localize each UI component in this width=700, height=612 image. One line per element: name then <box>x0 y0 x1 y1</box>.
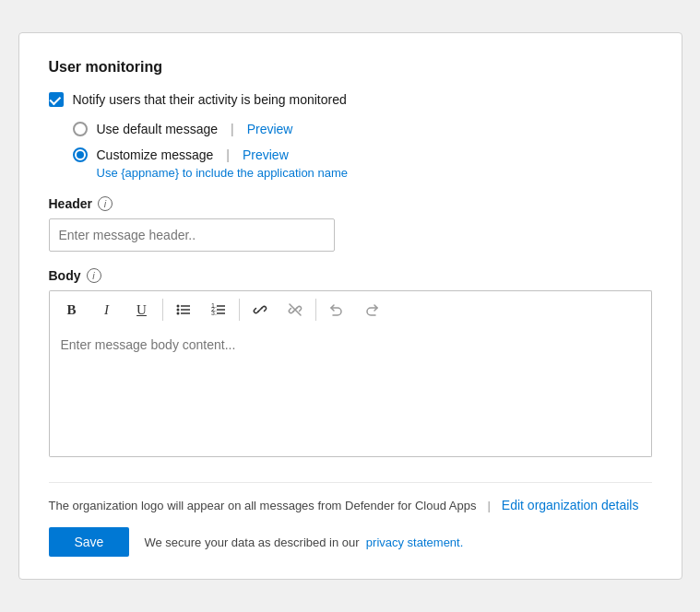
link-icon <box>252 301 268 318</box>
customize-message-label: Customize message <box>97 147 214 162</box>
toolbar-divider-1 <box>162 299 163 321</box>
body-info-icon[interactable]: i <box>87 268 101 283</box>
body-field-group: Body i B I U 1. <box>49 268 652 460</box>
svg-rect-7 <box>217 305 225 307</box>
svg-rect-1 <box>181 305 190 307</box>
toolbar-divider-2 <box>239 299 240 321</box>
unordered-list-icon <box>175 301 192 318</box>
default-message-radio[interactable] <box>73 122 88 136</box>
default-preview-link[interactable]: Preview <box>247 122 293 136</box>
ordered-list-icon: 1. 2. 3. <box>210 301 227 318</box>
body-textarea[interactable] <box>49 328 652 457</box>
save-button[interactable]: Save <box>49 527 130 557</box>
header-label-row: Header i <box>49 196 652 211</box>
footer-info: The organization logo will appear on all… <box>49 482 652 512</box>
bold-button[interactable]: B <box>55 295 89 324</box>
notify-label: Notify users that their activity is bein… <box>73 92 347 107</box>
body-label: Body <box>49 268 81 283</box>
header-label: Header <box>49 196 92 211</box>
footer-info-text: The organization logo will appear on all… <box>49 499 477 512</box>
footer-pipe: | <box>487 499 490 512</box>
notify-row: Notify users that their activity is bein… <box>49 92 652 107</box>
appname-hint: Use {appname} to include the application… <box>97 166 652 180</box>
privacy-static-text: We secure your data as described in our <box>144 536 359 549</box>
unordered-list-button[interactable] <box>167 295 200 324</box>
undo-icon <box>328 301 345 318</box>
underline-button[interactable]: U <box>125 295 159 324</box>
italic-button[interactable]: I <box>90 295 124 324</box>
privacy-link[interactable]: privacy statement. <box>366 536 464 549</box>
header-input[interactable] <box>49 218 335 252</box>
header-field-group: Header i <box>49 196 652 252</box>
edit-org-link[interactable]: Edit organization details <box>502 498 639 512</box>
header-info-icon[interactable]: i <box>98 196 113 211</box>
link-button[interactable] <box>243 295 277 324</box>
unlink-icon <box>287 301 303 318</box>
ordered-list-button[interactable]: 1. 2. 3. <box>202 295 235 324</box>
radio-inner-dot <box>77 151 84 159</box>
redo-icon <box>363 301 380 318</box>
svg-point-4 <box>176 312 179 315</box>
default-message-label: Use default message <box>97 122 219 136</box>
svg-text:3.: 3. <box>211 310 217 316</box>
notify-checkbox[interactable] <box>49 92 64 107</box>
main-card: User monitoring Notify users that their … <box>18 32 682 580</box>
customize-message-radio[interactable] <box>73 147 88 162</box>
body-toolbar: B I U 1. 2. 3. <box>49 290 652 328</box>
page-title: User monitoring <box>49 59 652 76</box>
svg-rect-11 <box>217 312 225 314</box>
svg-point-0 <box>176 305 179 308</box>
svg-rect-9 <box>217 309 225 311</box>
svg-rect-5 <box>181 312 190 314</box>
customize-preview-link[interactable]: Preview <box>243 147 289 162</box>
privacy-text: We secure your data as described in our … <box>144 536 463 549</box>
customize-message-section: Customize message | Preview Use {appname… <box>73 147 652 180</box>
default-pipe: | <box>231 122 234 136</box>
body-label-row: Body i <box>49 268 652 283</box>
svg-rect-3 <box>181 309 190 311</box>
svg-point-2 <box>176 309 179 312</box>
message-type-group: Use default message | Preview Customize … <box>73 122 652 180</box>
customize-message-row: Customize message | Preview <box>73 147 652 162</box>
default-message-row: Use default message | Preview <box>73 122 652 136</box>
action-row: Save We secure your data as described in… <box>49 527 652 557</box>
redo-button[interactable] <box>355 295 388 324</box>
unlink-button[interactable] <box>279 295 312 324</box>
undo-button[interactable] <box>320 295 353 324</box>
customize-pipe: | <box>226 147 230 162</box>
toolbar-divider-3 <box>315 299 316 321</box>
